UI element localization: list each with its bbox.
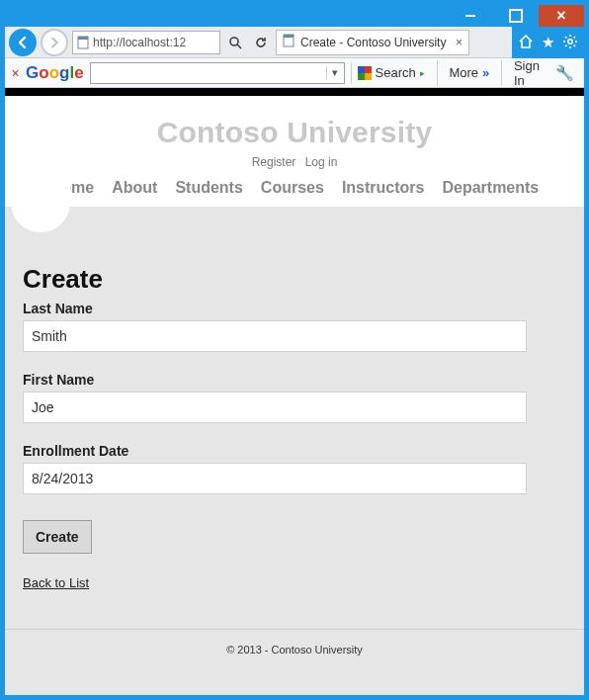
address-text: http://localhost:12 [93,36,219,49]
enrollment-date-input[interactable] [23,463,527,494]
window-maximize-button[interactable] [493,5,539,27]
search-button-label: Search [376,65,416,80]
login-link[interactable]: Log in [305,155,338,169]
main-content: Create Last Name First Name Enrollment D… [5,207,584,611]
main-menu: Home About Students Courses Instructors … [5,179,584,207]
page-icon [283,34,294,50]
browser-tab[interactable]: Create - Contoso University × [276,30,469,55]
browser-chrome-row: http://localhost:12 Create - Contoso Uni… [5,27,584,58]
menu-about[interactable]: About [112,179,157,197]
svg-line-11 [565,37,566,38]
wrench-icon[interactable]: 🔧 [551,64,578,82]
tab-title: Create - Contoso University [300,36,446,49]
browser-right-controls: ★ [512,27,584,58]
toolbar-close-icon[interactable]: × [11,65,20,81]
google-search-box[interactable]: ▾ [90,62,345,84]
auth-links: Register Log in [5,155,584,169]
signin-label: Sign In [514,58,540,88]
search-dropdown-icon[interactable]: ▾ [326,66,344,79]
first-name-label: First Name [23,372,566,388]
google-toolbar: × Google ▾ Search ▸ More » Sign In 🔧 [5,58,584,88]
separator [437,60,438,86]
more-label: More [449,65,478,80]
svg-rect-1 [78,37,88,40]
google-search-button[interactable]: Search ▸ [351,62,431,84]
first-name-input[interactable] [23,392,527,423]
settings-gear-icon[interactable] [562,34,578,52]
window-minimize-button[interactable] [448,5,493,27]
google-g-icon [358,66,372,80]
back-to-list-label: Back to List [23,575,89,590]
svg-point-2 [230,38,238,45]
search-icon[interactable] [224,32,246,53]
create-button-label: Create [36,529,79,545]
chevron-right-icon: » [482,65,489,80]
menu-departments[interactable]: Departments [442,179,539,197]
home-icon[interactable] [518,34,534,52]
window-titlebar: × [5,5,584,27]
chevron-down-icon: ▸ [420,68,425,78]
window-close-button[interactable]: × [539,5,584,27]
favorites-icon[interactable]: ★ [542,34,554,51]
menu-students[interactable]: Students [175,179,242,197]
site-footer: © 2013 - Contoso University [5,629,584,695]
nav-back-button[interactable] [9,29,37,56]
svg-line-14 [574,37,575,38]
browser-window: × http://localhost:12 [5,5,584,695]
page-icon [73,36,93,49]
page-body: Contoso University Register Log in Home … [5,96,584,695]
last-name-label: Last Name [23,301,566,316]
site-header: Contoso University Register Log in Home … [5,96,584,207]
google-search-input[interactable] [91,65,326,80]
enrollment-date-label: Enrollment Date [23,443,566,459]
google-logo[interactable]: Google [26,63,84,83]
last-name-input[interactable] [23,320,527,352]
menu-instructors[interactable]: Instructors [342,179,425,197]
svg-line-12 [574,44,575,45]
svg-line-13 [565,44,566,45]
browser-navbar: http://localhost:12 Create - Contoso Uni… [5,27,512,58]
site-title: Contoso University [5,116,584,149]
svg-line-3 [237,44,241,48]
menu-courses[interactable]: Courses [261,179,324,197]
signin-button[interactable]: Sign In [508,58,546,88]
svg-rect-5 [284,35,294,38]
address-bar[interactable]: http://localhost:12 [72,31,220,54]
create-button[interactable]: Create [23,520,92,554]
page-heading: Create [23,264,566,295]
accent-bar [5,88,584,96]
register-link[interactable]: Register [252,155,296,169]
separator [501,60,502,86]
refresh-icon[interactable] [250,32,272,53]
svg-point-6 [568,39,572,43]
back-to-list-link[interactable]: Back to List [23,575,89,590]
tab-close-icon[interactable]: × [456,36,463,49]
more-button[interactable]: More » [443,65,495,80]
nav-forward-button[interactable] [41,29,68,56]
